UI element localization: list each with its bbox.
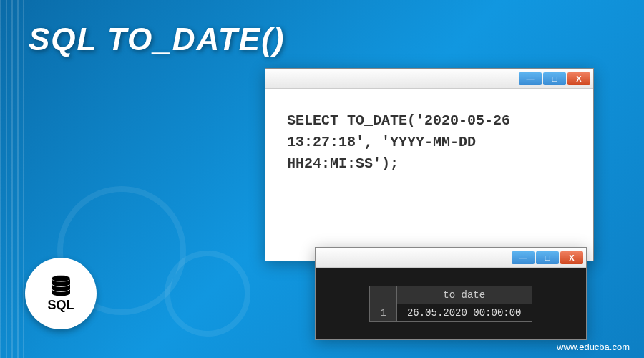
code-content: SELECT TO_DATE('2020-05-26 13:27:18', 'Y… [265, 89, 593, 196]
table-header: to_date [396, 286, 532, 304]
result-table: to_date 1 26.05.2020 00:00:00 [369, 286, 532, 322]
close-button[interactable]: X [567, 72, 590, 85]
sql-badge: SQL [25, 258, 97, 329]
code-line: SELECT TO_DATE('2020-05-26 [287, 110, 572, 132]
result-value: 26.05.2020 00:00:00 [396, 304, 532, 321]
code-line: HH24:MI:SS'); [287, 153, 572, 175]
table-row: 1 26.05.2020 00:00:00 [370, 304, 532, 321]
result-window: — □ X to_date 1 26.05.2020 00:00:00 [315, 247, 587, 340]
maximize-button[interactable]: □ [536, 251, 559, 264]
minimize-button[interactable]: — [519, 72, 542, 85]
minimize-button[interactable]: — [512, 251, 535, 264]
bg-stripes-decoration [0, 0, 29, 358]
website-url: www.educba.com [557, 342, 630, 352]
maximize-button[interactable]: □ [543, 72, 566, 85]
close-button[interactable]: X [560, 251, 583, 264]
row-number: 1 [370, 304, 396, 321]
code-window-titlebar: — □ X [265, 69, 593, 89]
sql-badge-label: SQL [47, 298, 74, 313]
bg-gear-decoration [165, 251, 250, 337]
page-title: SQL TO_DATE() [29, 21, 285, 57]
code-line: 13:27:18', 'YYYY-MM-DD [287, 132, 572, 153]
table-corner [370, 286, 396, 304]
database-icon [49, 275, 72, 296]
code-window: — □ X SELECT TO_DATE('2020-05-26 13:27:1… [265, 68, 594, 261]
result-window-titlebar: — □ X [316, 248, 586, 268]
result-body: to_date 1 26.05.2020 00:00:00 [316, 268, 586, 339]
